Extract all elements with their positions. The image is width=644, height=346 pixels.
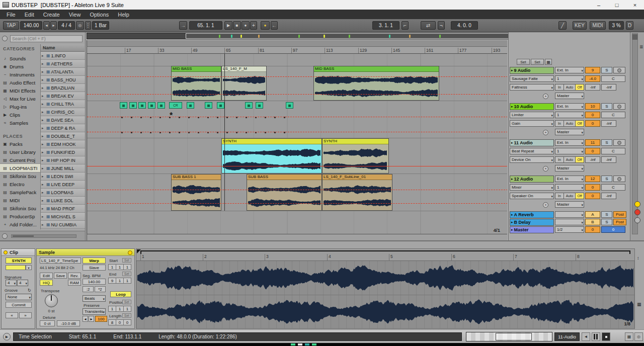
chain-chooser[interactable]: 1 xyxy=(555,112,584,118)
status-play-icon[interactable]: ▶ xyxy=(3,333,11,340)
transpose-value[interactable]: 0 st xyxy=(44,309,59,313)
file-row[interactable]: ▸▦DEEP & RA xyxy=(41,124,85,132)
automation-arm-button[interactable]: ● xyxy=(261,21,270,30)
master-track-header[interactable]: ▸Master 1/2 0 0 xyxy=(510,226,629,233)
monitor-buttons[interactable]: InAutoOff xyxy=(555,156,584,163)
expand-icon[interactable]: ▸ xyxy=(42,78,45,82)
start-bars[interactable]: 1 xyxy=(108,264,116,270)
input-chooser[interactable]: Ext. In xyxy=(555,139,584,146)
expand-icon[interactable]: ▸ xyxy=(42,118,45,122)
panel-grid-icon[interactable]: ▦ xyxy=(637,302,641,307)
clip-subline[interactable]: LS_140_F_SubLine_01 xyxy=(322,174,392,211)
clip-gain-value[interactable]: -10.0 dB xyxy=(57,320,80,326)
file-row[interactable]: ▸▦MAD PROF xyxy=(41,205,85,213)
midi-clip-crash[interactable]: CR xyxy=(169,102,182,109)
clip-color-dropdown[interactable]: ▾ xyxy=(26,265,32,270)
master-value[interactable]: 0 xyxy=(585,226,600,233)
solo-button[interactable]: S xyxy=(601,103,612,110)
sample-file-name[interactable]: LS_140_F_TimeSpe xyxy=(40,257,81,264)
quantize-menu-button[interactable]: ⋮ xyxy=(85,21,91,30)
return-input-chooser[interactable] xyxy=(555,211,584,218)
parameter-chooser[interactable]: Fattness xyxy=(510,84,554,91)
browser-toggle-icon[interactable] xyxy=(2,233,8,239)
sidebar-item-audio-effect[interactable]: ▤Audio Effect xyxy=(0,78,40,86)
chain-chooser[interactable]: 1 xyxy=(555,75,584,82)
midi-clip[interactable]: ▦ xyxy=(157,102,165,109)
arrangement-clips-area[interactable]: MID BASS LS_140_F_M MID BASS ▦ ▦ ▦ ▦ ▦ C… xyxy=(87,54,507,234)
clip-section-header[interactable]: Clip xyxy=(2,249,35,256)
length-set-button[interactable]: Set xyxy=(122,313,131,318)
beat-time-ruler[interactable]: 17 33 49 65 81 97 113 129 145 161 177 19… xyxy=(87,47,507,54)
midi-map-button[interactable]: MIDI xyxy=(590,21,606,30)
parameter-chooser[interactable]: Gain xyxy=(510,120,554,127)
file-row[interactable]: ▸▦LEON SWI xyxy=(41,172,85,181)
monitor-buttons[interactable]: InAutoOff xyxy=(555,84,584,91)
track-header-11-audio[interactable]: ▸11 Audio Ext. In 11 S Beat Repeat 1 0 C… xyxy=(510,139,629,174)
loop-start-display[interactable]: 3. 1. 1 xyxy=(372,21,399,30)
pan-value[interactable]: C xyxy=(601,184,625,191)
sidebar-item-skifonix-1[interactable]: ▤Skifonix Sou xyxy=(0,172,40,180)
red-indicator-icon[interactable] xyxy=(634,209,640,215)
sidebar-item-plugins[interactable]: ▷Plug-ins xyxy=(0,103,40,111)
yellow-indicator-icon[interactable] xyxy=(634,201,640,207)
sidebar-item-midi-folder[interactable]: ▤MIDI xyxy=(0,196,40,204)
zoom-overview-handle[interactable] xyxy=(496,333,532,340)
pre-post-toggle[interactable]: Post xyxy=(613,211,626,218)
start-set-button[interactable]: Set xyxy=(122,258,131,263)
overdub-button[interactable]: + xyxy=(250,21,257,30)
gray-indicator-icon[interactable] xyxy=(634,217,640,223)
clip-mid-bass-2[interactable]: MID BASS xyxy=(313,66,439,101)
output-chooser[interactable]: Master xyxy=(555,201,584,208)
midi-clip[interactable]: ▦ xyxy=(245,102,253,109)
double-tempo-button[interactable]: *2 xyxy=(95,286,106,292)
expand-icon[interactable]: ▸ xyxy=(42,191,45,195)
expand-icon[interactable]: ▸ xyxy=(42,70,45,74)
fold-devices-button[interactable]: + xyxy=(543,130,548,135)
punch-out-button[interactable]: ¬ xyxy=(438,21,445,30)
fold-track-icon[interactable]: ▸ xyxy=(511,228,513,232)
start-beats[interactable]: 1 xyxy=(116,264,124,270)
loop-button[interactable]: ⇄ xyxy=(421,21,436,30)
transients-chooser[interactable]: Transients xyxy=(83,308,106,315)
loop-button[interactable]: Loop xyxy=(110,291,131,297)
sidebar-item-drums[interactable]: ◉Drums xyxy=(0,62,40,70)
arm-button[interactable] xyxy=(613,176,625,182)
chain-chooser[interactable]: 1 xyxy=(555,148,584,154)
fold-track-icon[interactable]: ▸ xyxy=(511,220,513,224)
expand-icon[interactable]: ▸ xyxy=(42,207,45,211)
clip-sub-bass-1[interactable]: SUB BASS 1 xyxy=(171,174,221,211)
file-list-name-header[interactable]: Name xyxy=(41,44,85,52)
fold-devices-button[interactable]: + xyxy=(543,94,548,99)
magnifier-icon[interactable]: ◎ xyxy=(634,332,643,341)
expand-icon[interactable]: ▸ xyxy=(42,126,45,130)
track-header-10-audio[interactable]: ▸10 Audio Ext. In 10 S Limiter 1 0 C Gai… xyxy=(510,103,629,137)
nudge-back-button[interactable]: « xyxy=(6,312,18,318)
sidebar-item-loopmasters[interactable]: ▤LOOPMASTI xyxy=(0,164,40,172)
fold-track-icon[interactable]: ▸ xyxy=(511,105,513,109)
expand-icon[interactable]: ▸ xyxy=(42,142,45,146)
solo-button[interactable]: S xyxy=(601,176,612,182)
pan-value[interactable]: C xyxy=(601,112,625,118)
loop-length-display[interactable]: 4. 0. 0 xyxy=(451,21,478,30)
file-row[interactable]: ▸▦CHILL TRA xyxy=(41,100,85,108)
signature-numerator[interactable]: 4 xyxy=(6,280,17,286)
end-sixteenths[interactable]: 1 xyxy=(123,278,131,284)
transient-envelope-value[interactable]: 100 xyxy=(95,316,107,322)
sample-ruler[interactable]: 1 2 3 4 5 6 7 8 xyxy=(136,249,634,261)
output-chooser[interactable]: Master xyxy=(555,165,584,171)
sidebar-item-user-library[interactable]: ▤User Library xyxy=(0,148,40,156)
sidebar-item-max-for-live[interactable]: ◁Max for Live xyxy=(0,95,40,103)
volume-value[interactable]: 0 xyxy=(585,120,600,127)
file-row[interactable]: ▸▦LIVE DEEP xyxy=(41,181,85,189)
file-row[interactable]: ▸▦LOOPMAS xyxy=(41,189,85,197)
sidebar-item-sounds[interactable]: ♪Sounds xyxy=(0,54,40,62)
length-bars[interactable]: 8 xyxy=(108,319,116,325)
clip-synth-2[interactable]: SYNTH xyxy=(322,138,389,174)
sidebar-item-midi-effects[interactable]: ▦MIDI Effects xyxy=(0,86,40,95)
nudge-up-button[interactable]: ► xyxy=(50,21,57,30)
sidebar-item-samplepack[interactable]: ▤SamplePack xyxy=(0,188,40,196)
sidebar-item-skifonix-2[interactable]: ▤Skifonix Sou xyxy=(0,204,40,212)
expand-icon[interactable]: ▸ xyxy=(42,175,45,179)
fold-devices-button[interactable]: + xyxy=(543,166,548,171)
warp-button[interactable]: Warp xyxy=(83,257,106,264)
